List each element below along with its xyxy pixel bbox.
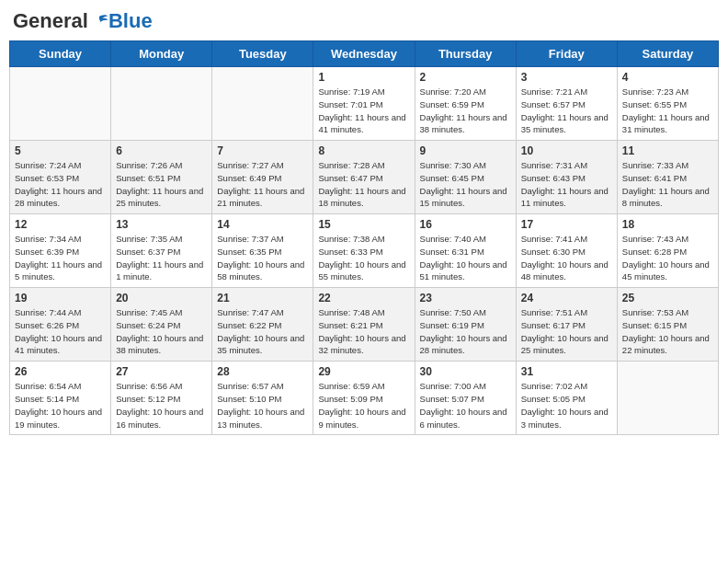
day-info: Sunrise: 7:33 AMSunset: 6:41 PMDaylight:…: [622, 159, 713, 210]
day-info: Sunrise: 6:59 AMSunset: 5:09 PMDaylight:…: [318, 380, 409, 431]
logo-blue-text: Blue: [108, 9, 153, 33]
day-info: Sunrise: 7:00 AMSunset: 5:07 PMDaylight:…: [420, 380, 511, 431]
calendar-day-cell: 27Sunrise: 6:56 AMSunset: 5:12 PMDayligh…: [111, 362, 212, 435]
day-info: Sunrise: 7:19 AMSunset: 7:01 PMDaylight:…: [318, 86, 409, 136]
calendar-day-cell: 6Sunrise: 7:26 AMSunset: 6:51 PMDaylight…: [111, 141, 212, 214]
calendar-table: SundayMondayTuesdayWednesdayThursdayFrid…: [9, 40, 719, 435]
weekday-header-tuesday: Tuesday: [212, 41, 313, 67]
day-info: Sunrise: 7:41 AMSunset: 6:30 PMDaylight:…: [521, 233, 612, 283]
calendar-day-cell: [111, 67, 212, 141]
day-number: 4: [622, 71, 713, 84]
calendar-day-cell: 28Sunrise: 6:57 AMSunset: 5:10 PMDayligh…: [212, 362, 313, 435]
calendar-day-cell: 11Sunrise: 7:33 AMSunset: 6:41 PMDayligh…: [617, 141, 718, 214]
weekday-header-friday: Friday: [516, 41, 617, 67]
day-number: 23: [420, 292, 511, 304]
logo-general-text: General: [13, 9, 88, 33]
day-number: 2: [420, 71, 511, 84]
day-info: Sunrise: 7:20 AMSunset: 6:59 PMDaylight:…: [420, 86, 511, 136]
day-number: 8: [318, 144, 409, 157]
weekday-header-saturday: Saturday: [617, 41, 718, 67]
day-number: 15: [318, 218, 409, 231]
page: General Blue SundayMondayTuesdayWednesda…: [0, 0, 728, 563]
calendar-day-cell: 31Sunrise: 7:02 AMSunset: 5:05 PMDayligh…: [516, 362, 617, 435]
calendar-day-cell: 17Sunrise: 7:41 AMSunset: 6:30 PMDayligh…: [516, 214, 617, 288]
calendar-day-cell: 29Sunrise: 6:59 AMSunset: 5:09 PMDayligh…: [313, 362, 415, 435]
calendar-day-cell: 16Sunrise: 7:40 AMSunset: 6:31 PMDayligh…: [415, 214, 516, 288]
day-number: 26: [15, 365, 106, 378]
day-number: 13: [116, 218, 207, 231]
day-info: Sunrise: 7:27 AMSunset: 6:49 PMDaylight:…: [217, 159, 308, 210]
calendar-day-cell: 8Sunrise: 7:28 AMSunset: 6:47 PMDaylight…: [313, 141, 415, 214]
day-number: 18: [622, 218, 713, 231]
calendar-day-cell: 4Sunrise: 7:23 AMSunset: 6:55 PMDaylight…: [617, 67, 718, 141]
day-info: Sunrise: 7:31 AMSunset: 6:43 PMDaylight:…: [521, 159, 612, 210]
day-number: 10: [521, 144, 612, 157]
day-number: 29: [318, 365, 409, 378]
day-info: Sunrise: 7:23 AMSunset: 6:55 PMDaylight:…: [622, 86, 713, 136]
day-info: Sunrise: 7:02 AMSunset: 5:05 PMDaylight:…: [521, 380, 612, 431]
day-number: 21: [217, 292, 308, 304]
calendar-day-cell: 15Sunrise: 7:38 AMSunset: 6:33 PMDayligh…: [313, 214, 415, 288]
day-info: Sunrise: 7:47 AMSunset: 6:22 PMDaylight:…: [217, 306, 308, 357]
day-number: 14: [217, 218, 308, 231]
calendar-day-cell: 7Sunrise: 7:27 AMSunset: 6:49 PMDaylight…: [212, 141, 313, 214]
day-number: 30: [420, 365, 511, 378]
day-info: Sunrise: 6:56 AMSunset: 5:12 PMDaylight:…: [116, 380, 207, 431]
day-info: Sunrise: 7:28 AMSunset: 6:47 PMDaylight:…: [318, 159, 409, 210]
day-info: Sunrise: 7:38 AMSunset: 6:33 PMDaylight:…: [318, 233, 409, 283]
calendar-day-cell: 3Sunrise: 7:21 AMSunset: 6:57 PMDaylight…: [516, 67, 617, 141]
day-number: 12: [15, 218, 106, 231]
day-number: 19: [15, 292, 106, 304]
weekday-header-sunday: Sunday: [10, 41, 111, 67]
day-number: 1: [318, 71, 409, 84]
calendar-day-cell: 20Sunrise: 7:45 AMSunset: 6:24 PMDayligh…: [111, 288, 212, 362]
calendar-day-cell: 1Sunrise: 7:19 AMSunset: 7:01 PMDaylight…: [313, 67, 415, 141]
day-number: 25: [622, 292, 713, 304]
weekday-header-thursday: Thursday: [415, 41, 516, 67]
weekday-header-row: SundayMondayTuesdayWednesdayThursdayFrid…: [10, 41, 719, 67]
day-info: Sunrise: 6:57 AMSunset: 5:10 PMDaylight:…: [217, 380, 308, 431]
day-number: 9: [420, 144, 511, 157]
day-number: 11: [622, 144, 713, 157]
calendar-day-cell: 14Sunrise: 7:37 AMSunset: 6:35 PMDayligh…: [212, 214, 313, 288]
day-number: 17: [521, 218, 612, 231]
calendar-week-row: 5Sunrise: 7:24 AMSunset: 6:53 PMDaylight…: [10, 141, 719, 214]
day-number: 16: [420, 218, 511, 231]
day-number: 6: [116, 144, 207, 157]
day-info: Sunrise: 7:37 AMSunset: 6:35 PMDaylight:…: [217, 233, 308, 283]
calendar-week-row: 1Sunrise: 7:19 AMSunset: 7:01 PMDaylight…: [10, 67, 719, 141]
day-info: Sunrise: 7:50 AMSunset: 6:19 PMDaylight:…: [420, 306, 511, 357]
day-info: Sunrise: 7:26 AMSunset: 6:51 PMDaylight:…: [116, 159, 207, 210]
calendar-day-cell: 2Sunrise: 7:20 AMSunset: 6:59 PMDaylight…: [415, 67, 516, 141]
calendar-week-row: 19Sunrise: 7:44 AMSunset: 6:26 PMDayligh…: [10, 288, 719, 362]
calendar-day-cell: 5Sunrise: 7:24 AMSunset: 6:53 PMDaylight…: [10, 141, 111, 214]
logo-bird-icon: [90, 12, 108, 30]
calendar-day-cell: 10Sunrise: 7:31 AMSunset: 6:43 PMDayligh…: [516, 141, 617, 214]
calendar-day-cell: [10, 67, 111, 141]
header: General Blue: [9, 9, 719, 33]
weekday-header-wednesday: Wednesday: [313, 41, 415, 67]
calendar-day-cell: [212, 67, 313, 141]
calendar-week-row: 26Sunrise: 6:54 AMSunset: 5:14 PMDayligh…: [10, 362, 719, 435]
weekday-header-monday: Monday: [111, 41, 212, 67]
calendar-day-cell: 18Sunrise: 7:43 AMSunset: 6:28 PMDayligh…: [617, 214, 718, 288]
logo: General Blue: [13, 9, 153, 33]
day-info: Sunrise: 7:34 AMSunset: 6:39 PMDaylight:…: [15, 233, 106, 283]
day-info: Sunrise: 6:54 AMSunset: 5:14 PMDaylight:…: [15, 380, 106, 431]
day-info: Sunrise: 7:35 AMSunset: 6:37 PMDaylight:…: [116, 233, 207, 283]
calendar-day-cell: 30Sunrise: 7:00 AMSunset: 5:07 PMDayligh…: [415, 362, 516, 435]
calendar-day-cell: 26Sunrise: 6:54 AMSunset: 5:14 PMDayligh…: [10, 362, 111, 435]
day-info: Sunrise: 7:45 AMSunset: 6:24 PMDaylight:…: [116, 306, 207, 357]
day-number: 31: [521, 365, 612, 378]
day-number: 3: [521, 71, 612, 84]
calendar-day-cell: 23Sunrise: 7:50 AMSunset: 6:19 PMDayligh…: [415, 288, 516, 362]
day-info: Sunrise: 7:48 AMSunset: 6:21 PMDaylight:…: [318, 306, 409, 357]
day-info: Sunrise: 7:53 AMSunset: 6:15 PMDaylight:…: [622, 306, 713, 357]
day-number: 20: [116, 292, 207, 304]
calendar-day-cell: [617, 362, 718, 435]
day-number: 28: [217, 365, 308, 378]
calendar-day-cell: 24Sunrise: 7:51 AMSunset: 6:17 PMDayligh…: [516, 288, 617, 362]
calendar-day-cell: 25Sunrise: 7:53 AMSunset: 6:15 PMDayligh…: [617, 288, 718, 362]
day-info: Sunrise: 7:21 AMSunset: 6:57 PMDaylight:…: [521, 86, 612, 136]
day-info: Sunrise: 7:44 AMSunset: 6:26 PMDaylight:…: [15, 306, 106, 357]
